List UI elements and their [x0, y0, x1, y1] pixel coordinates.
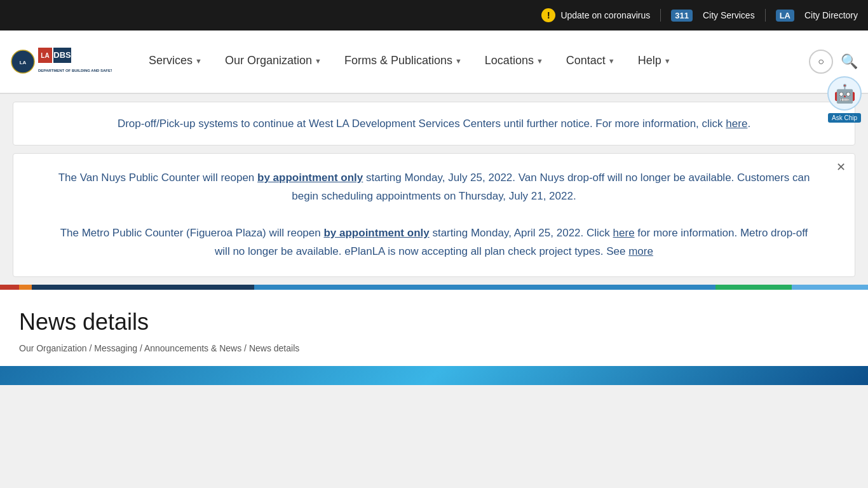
- chip-bot-avatar[interactable]: 🤖: [827, 76, 862, 111]
- ask-chip-widget[interactable]: 🤖 Ask Chip: [827, 76, 862, 123]
- nav-right: ○ 🔍: [809, 50, 858, 74]
- chevron-down-icon: ▼: [195, 57, 202, 65]
- search-button[interactable]: 🔍: [841, 53, 858, 70]
- svg-text:DEPARTMENT OF BUILDING AND SAF: DEPARTMENT OF BUILDING AND SAFETY: [38, 69, 112, 72]
- chevron-down-icon: ▼: [608, 57, 615, 65]
- banner2-para2-before: The Metro Public Counter (Figueroa Plaza…: [60, 227, 321, 239]
- banner2-para1: The Van Nuys Public Counter will reopen …: [51, 169, 817, 206]
- top-bar: ! Update on coronavirus 311 City Service…: [0, 0, 868, 30]
- site-logo[interactable]: LA LA DBS DEPARTMENT OF BUILDING AND SAF…: [10, 39, 112, 85]
- banner2-para1-after-text: starting Monday, July 25, 2022. Van Nuys…: [292, 172, 810, 202]
- chip-label: Ask Chip: [828, 113, 861, 123]
- city-directory-link[interactable]: City Directory: [804, 10, 858, 20]
- svg-text:DBS: DBS: [53, 50, 71, 60]
- news-title: News details: [19, 309, 849, 336]
- top-bar-divider2: [765, 9, 766, 22]
- news-section: News details Our Organization / Messagin…: [0, 290, 868, 366]
- nav-label-contact: Contact: [566, 54, 606, 67]
- banner2-here-link[interactable]: here: [613, 227, 635, 239]
- nav-item-help[interactable]: Help ▼: [627, 30, 682, 93]
- nav-label-help: Help: [638, 54, 661, 67]
- banner2-appointment-link-2[interactable]: by appointment only: [323, 227, 429, 239]
- nav-label-locations: Locations: [485, 54, 534, 67]
- banner2-more-link[interactable]: more: [628, 245, 653, 257]
- close-banner-button[interactable]: ✕: [836, 160, 846, 174]
- chevron-down-icon: ▼: [536, 57, 543, 65]
- banner2-para2: The Metro Public Counter (Figueroa Plaza…: [51, 224, 817, 261]
- breadcrumb-our-organization[interactable]: Our Organization: [19, 343, 87, 353]
- alert-banner-2: ✕ The Van Nuys Public Counter will reope…: [13, 153, 855, 276]
- coronavirus-link[interactable]: Update on coronavirus: [560, 10, 650, 20]
- banner2-appointment-link-1[interactable]: by appointment only: [257, 172, 363, 184]
- nav-item-our-organization[interactable]: Our Organization ▼: [214, 30, 333, 93]
- alert-banner-1: Drop-off/Pick-up systems to continue at …: [13, 102, 855, 146]
- breadcrumb-sep3: /: [244, 343, 249, 353]
- robot-icon: 🤖: [834, 83, 856, 104]
- color-bar-darkblue: [32, 285, 254, 290]
- alert-icon: !: [541, 8, 555, 22]
- search-icon: 🔍: [841, 53, 858, 69]
- breadcrumb-messaging[interactable]: Messaging: [94, 343, 137, 353]
- color-bar-green: [715, 285, 792, 290]
- breadcrumb-announcements[interactable]: Announcements & News: [144, 343, 241, 353]
- breadcrumb: Our Organization / Messaging / Announcem…: [19, 343, 849, 353]
- color-bar: [0, 285, 868, 290]
- svg-text:LA: LA: [20, 60, 27, 65]
- color-bar-orange: [19, 285, 32, 290]
- nav-item-forms-publications[interactable]: Forms & Publications ▼: [333, 30, 473, 93]
- banner1-text-before: Drop-off/Pick-up systems to continue at …: [118, 118, 723, 130]
- nav-label-our-organization: Our Organization: [225, 54, 312, 67]
- color-bar-blue: [254, 285, 715, 290]
- banner2-para2-middle-text: starting Monday, April 25, 2022. Click: [432, 227, 609, 239]
- top-bar-divider: [660, 9, 661, 22]
- logo-area[interactable]: LA LA DBS DEPARTMENT OF BUILDING AND SAF…: [10, 39, 137, 85]
- coronavirus-alert[interactable]: ! Update on coronavirus: [541, 8, 650, 22]
- svg-text:LA: LA: [41, 52, 49, 59]
- banner2-para1-before: The Van Nuys Public Counter will reopen: [58, 172, 255, 184]
- breadcrumb-sep2: /: [140, 343, 144, 353]
- city-services-badge: 311: [671, 10, 693, 22]
- color-bar-lightblue: [792, 285, 868, 290]
- nav-item-services[interactable]: Services ▼: [137, 30, 214, 93]
- nav-label-services: Services: [149, 54, 193, 67]
- banner1-link[interactable]: here: [726, 118, 747, 130]
- banner1-text-after: .: [747, 118, 750, 130]
- city-services-link[interactable]: City Services: [703, 10, 755, 20]
- breadcrumb-current: News details: [249, 343, 299, 353]
- chevron-down-icon: ▼: [315, 57, 322, 65]
- search-circle-button[interactable]: ○: [809, 50, 833, 74]
- main-nav: Services ▼ Our Organization ▼ Forms & Pu…: [137, 30, 809, 93]
- chevron-down-icon: ▼: [455, 57, 462, 65]
- nav-label-forms-publications: Forms & Publications: [344, 54, 452, 67]
- news-hero-image: [0, 366, 868, 385]
- color-bar-red: [0, 285, 19, 290]
- chevron-down-icon: ▼: [664, 57, 671, 65]
- city-directory-badge: LA: [776, 10, 794, 22]
- search-circle-icon: ○: [818, 56, 824, 67]
- nav-bar: LA LA DBS DEPARTMENT OF BUILDING AND SAF…: [0, 30, 868, 94]
- nav-item-contact[interactable]: Contact ▼: [555, 30, 627, 93]
- nav-item-locations[interactable]: Locations ▼: [473, 30, 555, 93]
